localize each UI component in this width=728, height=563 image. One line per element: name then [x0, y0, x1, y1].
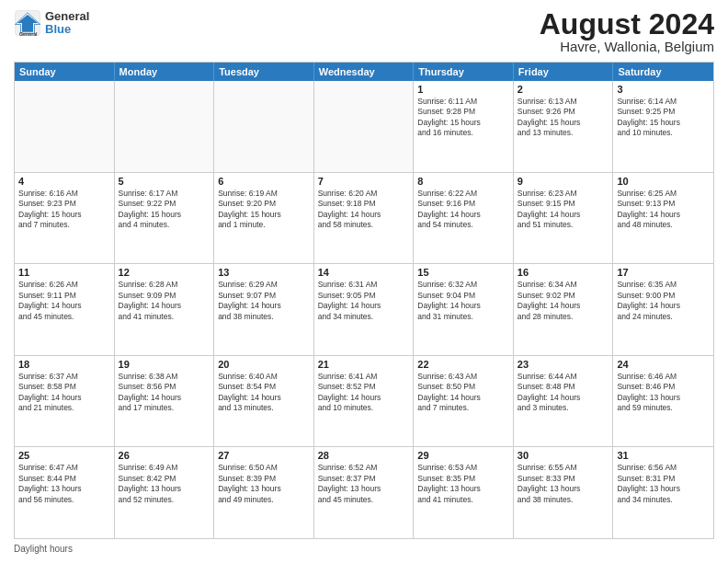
- header-day-tuesday: Tuesday: [214, 63, 314, 81]
- day-cell-11: 11Sunrise: 6:26 AM Sunset: 9:11 PM Dayli…: [15, 264, 115, 355]
- logo-general: General: [45, 10, 89, 23]
- day-number: 7: [318, 176, 410, 187]
- day-info: Sunrise: 6:35 AM Sunset: 9:00 PM Dayligh…: [617, 280, 710, 322]
- day-info: Sunrise: 6:20 AM Sunset: 9:18 PM Dayligh…: [318, 189, 410, 231]
- svg-text:General: General: [19, 31, 38, 37]
- day-number: 29: [417, 450, 509, 461]
- header-day-saturday: Saturday: [613, 63, 713, 81]
- daylight-hours-label: Daylight hours: [14, 544, 73, 554]
- day-cell-27: 27Sunrise: 6:50 AM Sunset: 8:39 PM Dayli…: [214, 447, 314, 538]
- day-cell-29: 29Sunrise: 6:53 AM Sunset: 8:35 PM Dayli…: [414, 447, 514, 538]
- day-cell-empty-0-3: [314, 81, 415, 172]
- header-day-thursday: Thursday: [414, 63, 514, 81]
- day-info: Sunrise: 6:52 AM Sunset: 8:37 PM Dayligh…: [318, 463, 410, 505]
- day-info: Sunrise: 6:41 AM Sunset: 8:52 PM Dayligh…: [318, 372, 410, 414]
- day-number: 18: [18, 359, 110, 370]
- day-cell-6: 6Sunrise: 6:19 AM Sunset: 9:20 PM Daylig…: [214, 173, 314, 264]
- day-number: 15: [417, 267, 509, 278]
- day-info: Sunrise: 6:40 AM Sunset: 8:54 PM Dayligh…: [218, 372, 310, 414]
- day-info: Sunrise: 6:17 AM Sunset: 9:22 PM Dayligh…: [119, 189, 210, 231]
- day-info: Sunrise: 6:37 AM Sunset: 8:58 PM Dayligh…: [18, 372, 110, 414]
- day-number: 13: [218, 267, 310, 278]
- calendar-row-4: 18Sunrise: 6:37 AM Sunset: 8:58 PM Dayli…: [15, 355, 713, 447]
- day-number: 20: [218, 359, 310, 370]
- header-day-sunday: Sunday: [15, 63, 115, 81]
- day-info: Sunrise: 6:26 AM Sunset: 9:11 PM Dayligh…: [18, 280, 110, 322]
- day-info: Sunrise: 6:44 AM Sunset: 8:48 PM Dayligh…: [518, 372, 609, 414]
- day-cell-7: 7Sunrise: 6:20 AM Sunset: 9:18 PM Daylig…: [314, 173, 415, 264]
- header-day-monday: Monday: [115, 63, 215, 81]
- day-info: Sunrise: 6:43 AM Sunset: 8:50 PM Dayligh…: [417, 372, 509, 414]
- day-cell-13: 13Sunrise: 6:29 AM Sunset: 9:07 PM Dayli…: [214, 264, 314, 355]
- day-info: Sunrise: 6:49 AM Sunset: 8:42 PM Dayligh…: [119, 463, 210, 505]
- day-number: 26: [119, 450, 210, 461]
- day-info: Sunrise: 6:29 AM Sunset: 9:07 PM Dayligh…: [218, 280, 310, 322]
- day-cell-5: 5Sunrise: 6:17 AM Sunset: 9:22 PM Daylig…: [115, 173, 215, 264]
- day-number: 2: [518, 84, 609, 95]
- day-info: Sunrise: 6:50 AM Sunset: 8:39 PM Dayligh…: [218, 463, 310, 505]
- page-subtitle: Havre, Wallonia, Belgium: [540, 39, 714, 54]
- day-number: 14: [318, 267, 410, 278]
- day-number: 17: [617, 267, 710, 278]
- day-info: Sunrise: 6:11 AM Sunset: 9:28 PM Dayligh…: [417, 97, 509, 139]
- day-cell-2: 2Sunrise: 6:13 AM Sunset: 9:26 PM Daylig…: [514, 81, 614, 172]
- day-number: 28: [318, 450, 410, 461]
- day-info: Sunrise: 6:38 AM Sunset: 8:56 PM Dayligh…: [119, 372, 210, 414]
- day-cell-4: 4Sunrise: 6:16 AM Sunset: 9:23 PM Daylig…: [15, 173, 115, 264]
- day-number: 16: [518, 267, 609, 278]
- day-info: Sunrise: 6:23 AM Sunset: 9:15 PM Dayligh…: [518, 189, 609, 231]
- day-number: 11: [18, 267, 110, 278]
- day-number: 21: [318, 359, 410, 370]
- day-info: Sunrise: 6:16 AM Sunset: 9:23 PM Dayligh…: [18, 189, 110, 231]
- day-cell-18: 18Sunrise: 6:37 AM Sunset: 8:58 PM Dayli…: [15, 356, 115, 447]
- day-cell-22: 22Sunrise: 6:43 AM Sunset: 8:50 PM Dayli…: [414, 356, 514, 447]
- calendar-row-1: 1Sunrise: 6:11 AM Sunset: 9:28 PM Daylig…: [15, 81, 713, 172]
- day-cell-21: 21Sunrise: 6:41 AM Sunset: 8:52 PM Dayli…: [314, 356, 415, 447]
- day-cell-25: 25Sunrise: 6:47 AM Sunset: 8:44 PM Dayli…: [15, 447, 115, 538]
- day-number: 5: [119, 176, 210, 187]
- day-cell-19: 19Sunrise: 6:38 AM Sunset: 8:56 PM Dayli…: [115, 356, 215, 447]
- day-cell-10: 10Sunrise: 6:25 AM Sunset: 9:13 PM Dayli…: [613, 173, 713, 264]
- day-number: 31: [617, 450, 710, 461]
- day-cell-28: 28Sunrise: 6:52 AM Sunset: 8:37 PM Dayli…: [314, 447, 415, 538]
- day-cell-1: 1Sunrise: 6:11 AM Sunset: 9:28 PM Daylig…: [414, 81, 514, 172]
- day-cell-14: 14Sunrise: 6:31 AM Sunset: 9:05 PM Dayli…: [314, 264, 415, 355]
- day-number: 27: [218, 450, 310, 461]
- day-number: 30: [518, 450, 609, 461]
- day-number: 3: [617, 84, 710, 95]
- day-number: 12: [119, 267, 210, 278]
- day-info: Sunrise: 6:47 AM Sunset: 8:44 PM Dayligh…: [18, 463, 110, 505]
- day-cell-empty-0-2: [214, 81, 314, 172]
- day-number: 10: [617, 176, 710, 187]
- day-info: Sunrise: 6:28 AM Sunset: 9:09 PM Dayligh…: [119, 280, 210, 322]
- day-info: Sunrise: 6:56 AM Sunset: 8:31 PM Dayligh…: [617, 463, 710, 505]
- day-info: Sunrise: 6:55 AM Sunset: 8:33 PM Dayligh…: [518, 463, 609, 505]
- day-cell-16: 16Sunrise: 6:34 AM Sunset: 9:02 PM Dayli…: [514, 264, 614, 355]
- calendar-body: 1Sunrise: 6:11 AM Sunset: 9:28 PM Daylig…: [15, 81, 713, 538]
- page-title: August 2024: [540, 9, 714, 39]
- day-number: 25: [18, 450, 110, 461]
- day-info: Sunrise: 6:46 AM Sunset: 8:46 PM Dayligh…: [617, 372, 710, 414]
- day-info: Sunrise: 6:22 AM Sunset: 9:16 PM Dayligh…: [417, 189, 509, 231]
- day-info: Sunrise: 6:19 AM Sunset: 9:20 PM Dayligh…: [218, 189, 310, 231]
- calendar: SundayMondayTuesdayWednesdayThursdayFrid…: [14, 62, 714, 539]
- day-number: 24: [617, 359, 710, 370]
- day-number: 23: [518, 359, 609, 370]
- day-cell-26: 26Sunrise: 6:49 AM Sunset: 8:42 PM Dayli…: [115, 447, 215, 538]
- calendar-row-2: 4Sunrise: 6:16 AM Sunset: 9:23 PM Daylig…: [15, 172, 713, 264]
- day-cell-9: 9Sunrise: 6:23 AM Sunset: 9:15 PM Daylig…: [514, 173, 614, 264]
- header-day-friday: Friday: [514, 63, 614, 81]
- footer: Daylight hours: [14, 544, 714, 554]
- day-info: Sunrise: 6:13 AM Sunset: 9:26 PM Dayligh…: [518, 97, 609, 139]
- day-cell-12: 12Sunrise: 6:28 AM Sunset: 9:09 PM Dayli…: [115, 264, 215, 355]
- logo-blue: Blue: [45, 23, 89, 36]
- day-info: Sunrise: 6:25 AM Sunset: 9:13 PM Dayligh…: [617, 189, 710, 231]
- day-cell-15: 15Sunrise: 6:32 AM Sunset: 9:04 PM Dayli…: [414, 264, 514, 355]
- day-cell-17: 17Sunrise: 6:35 AM Sunset: 9:00 PM Dayli…: [613, 264, 713, 355]
- day-info: Sunrise: 6:32 AM Sunset: 9:04 PM Dayligh…: [417, 280, 509, 322]
- day-cell-31: 31Sunrise: 6:56 AM Sunset: 8:31 PM Dayli…: [613, 447, 713, 538]
- title-block: August 2024 Havre, Wallonia, Belgium: [540, 9, 714, 54]
- day-number: 22: [417, 359, 509, 370]
- day-number: 9: [518, 176, 609, 187]
- day-cell-empty-0-0: [15, 81, 115, 172]
